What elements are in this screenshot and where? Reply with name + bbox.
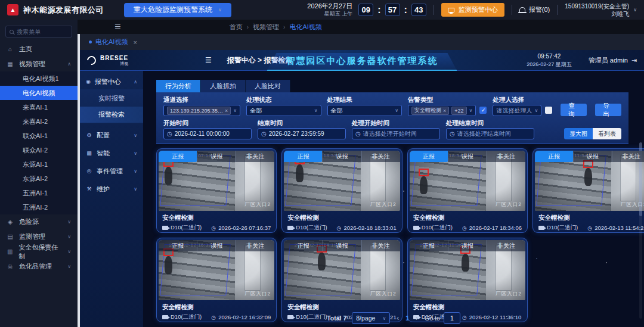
query-button[interactable]: 查询 — [561, 104, 587, 116]
user-menu[interactable]: 15091310019(安全主管) 刘唯飞 — [565, 2, 629, 18]
monitor-center-button[interactable]: 监测预警中心 — [441, 3, 504, 17]
result-filter-label: 处理结果 — [327, 96, 402, 103]
alarm-card[interactable]: 2026-02-26 07:16:37 厂区入口2 正报 误报 非关注 安全帽检… — [156, 148, 277, 233]
channel-select[interactable]: 123.139.215.205:35… — [163, 105, 240, 116]
confirm-button[interactable]: 正报 — [410, 240, 448, 251]
detection-zone-overlay — [536, 155, 606, 206]
sidebar-subitem[interactable]: 电化AI视频 — [0, 86, 78, 100]
menu-alarm-center[interactable]: 报警中心 — [80, 74, 143, 89]
confirm-button[interactable]: 正报 — [284, 240, 322, 251]
false-alarm-button[interactable]: 误报 — [448, 240, 487, 251]
breadcrumb-section[interactable]: 视频管理 — [253, 23, 279, 32]
false-alarm-button[interactable]: 误报 — [573, 151, 612, 162]
alarm-type-select[interactable]: 安全帽检测 +22 — [408, 105, 476, 116]
logout-icon[interactable] — [631, 57, 637, 64]
end-time-input[interactable]: 2026-02-27 23:59:59 — [258, 128, 346, 139]
alarm-card[interactable]: 2026-02-13 11:54:24 厂区入口2 正报 误报 非关注 安全帽检… — [532, 148, 644, 233]
handle-start-input[interactable]: 请选择处理开始时间 — [352, 128, 440, 139]
menu-search-box[interactable] — [5, 26, 72, 38]
false-alarm-button[interactable]: 误报 — [197, 240, 236, 251]
alarm-card[interactable]: 2026-02-12 11:36:10 厂区入口2 正报 误报 非关注 安全帽检… — [407, 238, 528, 322]
admin-user-menu[interactable]: 管理员 admin — [589, 56, 637, 65]
ignore-button[interactable]: 非关注 — [236, 151, 274, 162]
view-large-button[interactable]: 显大图 — [564, 128, 593, 139]
alarm-sidebar: 报警中心 实时报警 报警检索 — [80, 71, 143, 327]
confirm-button[interactable]: 正报 — [284, 151, 322, 162]
confirm-button[interactable]: 正报 — [535, 151, 573, 162]
inner-submenu-item[interactable]: 实时报警 — [80, 91, 143, 107]
next-page-button[interactable] — [414, 314, 419, 322]
analysis-tab[interactable]: 人脸比对 — [246, 80, 290, 92]
sidebar-item[interactable]: 危化品管理 — [0, 259, 78, 274]
confirm-button[interactable]: 正报 — [159, 240, 197, 251]
handler-checkbox[interactable] — [545, 107, 552, 114]
start-time-input[interactable]: 2026-02-11 00:00:00 — [163, 128, 252, 139]
sidebar-subitem[interactable]: 来喜AI-1 — [0, 100, 78, 114]
handle-end-input[interactable]: 请选择处理结束时间 — [446, 128, 534, 139]
ignore-button[interactable]: 非关注 — [361, 240, 400, 251]
ignore-button[interactable]: 非关注 — [487, 151, 525, 162]
inner-collapse-button[interactable] — [205, 56, 212, 64]
alarm-card[interactable]: 2026-02-12 16:32:09 厂区入口2 正报 误报 非关注 安全帽检… — [156, 238, 277, 322]
search-input[interactable] — [17, 29, 68, 35]
sidebar-item[interactable]: 危险源 — [0, 214, 78, 229]
confirm-button[interactable]: 正报 — [410, 151, 448, 162]
prev-page-button[interactable] — [395, 314, 400, 322]
status-select[interactable]: 全部 — [246, 105, 321, 116]
inner-menu-item[interactable]: 维护 — [80, 180, 143, 198]
alarm-card[interactable]: 2026-02-12 14:19:21 厂区入口2 正报 误报 非关注 安全帽检… — [281, 238, 402, 322]
analysis-tab[interactable]: 人脸抓拍 — [201, 80, 246, 92]
alarm-snapshot: 2026-02-26 07:16:37 厂区入口2 正报 误报 非关注 — [159, 151, 274, 211]
sidebar-item-video-management[interactable]: 视频管理 — [0, 57, 78, 71]
clock-icon — [587, 225, 592, 231]
sidebar-item[interactable]: 监测管理 — [0, 229, 78, 244]
sidebar-subitem[interactable]: 联众AI-2 — [0, 143, 78, 157]
false-alarm-button[interactable]: 误报 — [322, 151, 361, 162]
remove-tag-icon[interactable] — [225, 108, 228, 114]
handler-select[interactable]: 请选择处理人 — [493, 105, 541, 116]
start-time-value: 2026-02-11 00:00:00 — [175, 130, 230, 137]
sidebar-collapse-button[interactable] — [114, 23, 121, 31]
ignore-button[interactable]: 非关注 — [236, 240, 274, 251]
ignore-button[interactable]: 非关注 — [612, 151, 644, 162]
ignore-button[interactable]: 非关注 — [361, 151, 400, 162]
false-alarm-button[interactable]: 误报 — [322, 240, 361, 251]
false-alarm-button[interactable]: 误报 — [448, 151, 487, 162]
inner-menu-item[interactable]: 事件管理 — [80, 162, 143, 180]
sidebar-subitem[interactable]: 五洲AI-2 — [0, 200, 78, 214]
current-page[interactable]: 1 — [405, 314, 409, 322]
select-all-types-checkbox[interactable] — [479, 107, 487, 114]
inner-submenu-item[interactable]: 报警检索 — [80, 107, 143, 123]
sidebar-item-home[interactable]: 主页 — [0, 42, 78, 57]
result-select[interactable]: 全部 — [327, 105, 402, 116]
alarm-card[interactable]: 2026-02-17 18:34:06 厂区入口2 正报 误报 非关注 安全帽检… — [407, 148, 528, 233]
content-scrollbar[interactable] — [639, 142, 642, 319]
breadcrumb-home[interactable]: 首页 — [230, 23, 243, 32]
export-button[interactable]: 导出 — [595, 104, 621, 116]
sidebar-item[interactable]: 安全包保责任制 — [0, 244, 78, 259]
close-tab-icon[interactable] — [133, 39, 137, 46]
sidebar-subitem[interactable]: 东源AI-1 — [0, 157, 78, 172]
view-list-button[interactable]: 看列表 — [593, 128, 621, 139]
date-block: 2026年2月27日 星期五 上午 — [307, 2, 352, 17]
analysis-tab[interactable]: 行为分析 — [156, 80, 201, 92]
confirm-button[interactable]: 正报 — [159, 151, 197, 162]
alarm-bell-button[interactable]: 报警(0) — [519, 5, 550, 14]
inner-menu-item[interactable]: 智能 — [80, 144, 143, 162]
alarm-snapshot: 2026-02-12 11:36:10 厂区入口2 正报 误报 非关注 — [410, 240, 525, 300]
sidebar-subitem[interactable]: 来喜AI-2 — [0, 114, 78, 129]
clock-icon — [450, 130, 455, 137]
sidebar-subitem[interactable]: 东源AI-2 — [0, 172, 78, 186]
goto-page-input[interactable] — [444, 312, 460, 324]
page-tab-label[interactable]: 电化AI视频 — [95, 38, 128, 46]
sidebar-subitem[interactable]: 五洲AI-1 — [0, 186, 78, 200]
ignore-button[interactable]: 非关注 — [487, 240, 525, 251]
alarm-card[interactable]: 2026-02-18 18:33:01 厂区入口2 正报 误报 非关注 安全帽检… — [281, 148, 402, 233]
sidebar-subitem[interactable]: 电化AI视频1 — [0, 71, 78, 86]
false-alarm-button[interactable]: 误报 — [197, 151, 236, 162]
page-size-select[interactable]: 8/page — [352, 312, 390, 324]
inner-menu-item[interactable]: 配置 — [80, 126, 143, 144]
sidebar-subitem[interactable]: 联众AI-1 — [0, 129, 78, 143]
remove-tag-icon[interactable] — [443, 108, 446, 114]
system-select-button[interactable]: 重大危险源监测预警系统 — [124, 3, 231, 17]
